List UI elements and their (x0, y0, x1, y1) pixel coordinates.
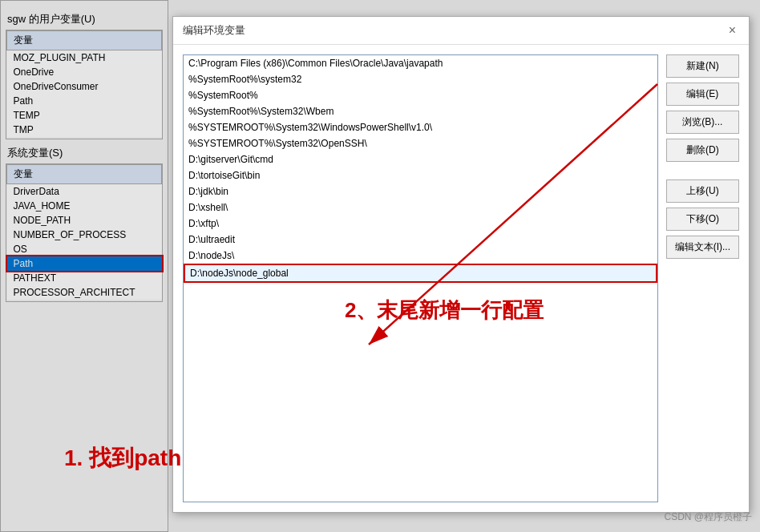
path-list-item[interactable]: C:\Program Files (x86)\Common Files\Orac… (184, 55, 657, 71)
dialog-edit-button[interactable]: 编辑(E) (666, 83, 739, 106)
path-list-item[interactable]: %SystemRoot% (184, 87, 657, 103)
csdn-watermark: CSDN @程序员橙子 (664, 510, 752, 524)
path-list-item[interactable]: %SYSTEMROOT%\System32\WindowsPowerShell\… (184, 119, 657, 135)
path-list-item[interactable]: D:\xftp\ (184, 216, 657, 232)
path-list-item[interactable]: D:\ultraedit (184, 232, 657, 248)
dialog-title: 编辑环境变量 (183, 23, 245, 38)
dialog-buttons-panel: 新建(N)编辑(E)浏览(B)...删除(D)上移(U)下移(O)编辑文本(I)… (666, 54, 739, 502)
path-list-item[interactable]: %SystemRoot%\system32 (184, 71, 657, 87)
path-list-item[interactable]: D:\xshell\ (184, 200, 657, 216)
path-list[interactable]: C:\Program Files (x86)\Common Files\Orac… (183, 54, 658, 502)
path-list-item[interactable]: %SystemRoot%\System32\Wbem (184, 103, 657, 119)
env-edit-dialog: 编辑环境变量 × C:\Program Files (x86)\Common F… (172, 16, 750, 513)
path-list-item[interactable]: %SYSTEMROOT%\System32\OpenSSH\ (184, 135, 657, 151)
dialog-new-button[interactable]: 新建(N) (666, 54, 739, 78)
dialog-close-button[interactable]: × (726, 23, 739, 38)
path-list-item[interactable]: D:\jdk\bin (184, 183, 657, 200)
dialog-delete-button[interactable]: 删除(D) (666, 139, 739, 162)
dialog-browse-button[interactable]: 浏览(B)... (666, 111, 739, 134)
dialog-edit-text-button[interactable]: 编辑文本(I)... (666, 236, 739, 259)
dialog-titlebar: 编辑环境变量 × (173, 17, 749, 45)
dialog-content: C:\Program Files (x86)\Common Files\Orac… (173, 45, 749, 512)
path-list-item[interactable]: D:\nodeJs\node_global (184, 264, 657, 283)
path-list-item[interactable]: D:\tortoiseGit\bin (184, 167, 657, 183)
path-list-item[interactable]: D:\gitserver\Git\cmd (184, 151, 657, 167)
dialog-up-button[interactable]: 上移(U) (666, 179, 739, 203)
path-list-item[interactable]: D:\nodeJs\ (184, 248, 657, 264)
dialog-down-button[interactable]: 下移(O) (666, 208, 739, 231)
